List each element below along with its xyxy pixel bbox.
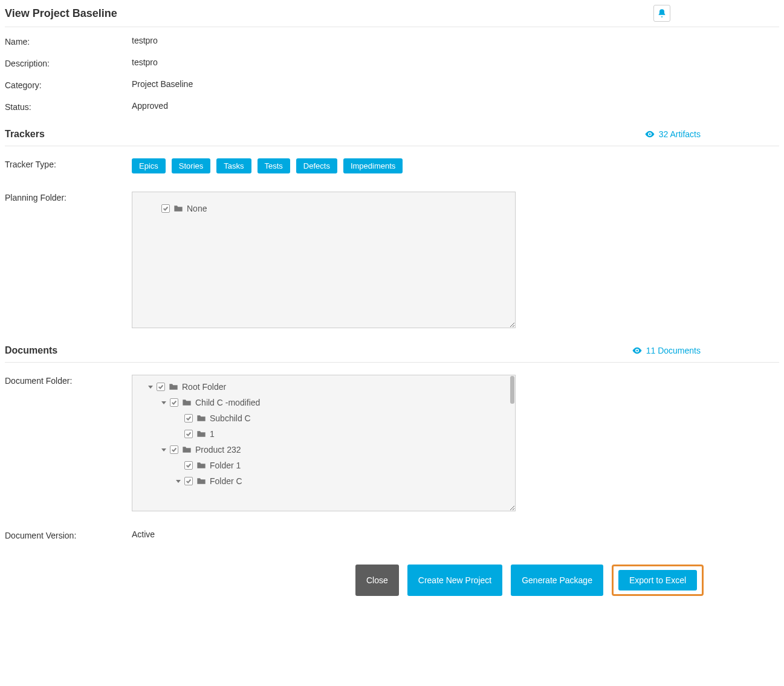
tree-label: 1 bbox=[210, 429, 215, 439]
field-tracker-type: Tracker Type: Epics Stories Tasks Tests … bbox=[5, 158, 779, 173]
tree-node-folder1[interactable]: Folder 1 bbox=[144, 458, 503, 473]
export-highlight: Export to Excel bbox=[612, 565, 704, 596]
document-folder-tree[interactable]: Root Folder Child C -modified Subchild C… bbox=[132, 375, 516, 511]
checkbox-icon[interactable] bbox=[184, 477, 193, 485]
folder-icon bbox=[196, 414, 206, 422]
field-category: Category: Project Baseline bbox=[5, 79, 779, 90]
folder-icon bbox=[169, 383, 178, 391]
field-planning-folder: Planning Folder: None bbox=[5, 192, 779, 328]
close-button[interactable]: Close bbox=[355, 565, 399, 596]
folder-icon bbox=[182, 398, 192, 407]
caret-icon[interactable] bbox=[148, 386, 153, 389]
bell-icon bbox=[657, 8, 667, 18]
field-document-folder: Document Folder: Root Folder Child C -mo… bbox=[5, 375, 779, 511]
checkbox-icon[interactable] bbox=[157, 383, 165, 391]
trackers-title: Trackers bbox=[5, 129, 45, 140]
description-label: Description: bbox=[5, 57, 132, 68]
action-bar: Close Create New Project Generate Packag… bbox=[355, 565, 779, 596]
document-folder-label: Document Folder: bbox=[5, 375, 132, 386]
tracker-type-label: Tracker Type: bbox=[5, 158, 132, 169]
field-document-version: Document Version: Active bbox=[5, 529, 779, 540]
tree-label: Subchild C bbox=[210, 413, 251, 423]
eye-icon bbox=[644, 129, 655, 140]
svg-point-0 bbox=[649, 134, 650, 135]
folder-icon bbox=[173, 204, 183, 213]
tree-label: Folder 1 bbox=[210, 461, 241, 470]
artifacts-count: 32 Artifacts bbox=[659, 129, 701, 139]
caret-icon[interactable] bbox=[176, 480, 181, 483]
folder-icon bbox=[182, 445, 192, 454]
tree-node-folderc[interactable]: Folder C bbox=[144, 473, 503, 489]
tree-label: None bbox=[187, 204, 207, 213]
documents-count: 11 Documents bbox=[646, 346, 701, 355]
page-title: View Project Baseline bbox=[5, 7, 117, 20]
svg-point-1 bbox=[636, 350, 638, 352]
tag-tests[interactable]: Tests bbox=[258, 158, 290, 173]
tree-node-subchildc[interactable]: Subchild C bbox=[144, 410, 503, 426]
caret-icon[interactable] bbox=[161, 448, 166, 451]
folder-icon bbox=[196, 430, 206, 438]
create-new-project-button[interactable]: Create New Project bbox=[407, 565, 502, 596]
tree-label: Child C -modified bbox=[195, 398, 260, 407]
planning-folder-label: Planning Folder: bbox=[5, 192, 132, 202]
field-name: Name: testpro bbox=[5, 36, 779, 47]
documents-link[interactable]: 11 Documents bbox=[632, 345, 701, 356]
tag-impediments[interactable]: Impediments bbox=[343, 158, 403, 173]
name-label: Name: bbox=[5, 36, 132, 47]
artifacts-link[interactable]: 32 Artifacts bbox=[644, 129, 701, 140]
tree-node-childc[interactable]: Child C -modified bbox=[144, 395, 503, 410]
trackers-header: Trackers 32 Artifacts bbox=[5, 129, 779, 146]
tree-node-none[interactable]: None bbox=[144, 201, 503, 216]
folder-icon bbox=[196, 477, 206, 485]
tag-epics[interactable]: Epics bbox=[132, 158, 166, 173]
field-status: Status: Approved bbox=[5, 101, 779, 112]
checkbox-icon[interactable] bbox=[170, 445, 178, 454]
eye-icon bbox=[632, 345, 643, 356]
status-value: Approved bbox=[132, 101, 168, 111]
category-value: Project Baseline bbox=[132, 79, 193, 89]
documents-title: Documents bbox=[5, 345, 57, 356]
document-version-value: Active bbox=[132, 529, 155, 539]
description-value: testpro bbox=[132, 57, 158, 67]
export-to-excel-button[interactable]: Export to Excel bbox=[618, 570, 697, 591]
scrollbar-thumb[interactable] bbox=[510, 376, 514, 404]
checkbox-icon[interactable] bbox=[161, 204, 170, 213]
checkbox-icon[interactable] bbox=[184, 430, 193, 438]
tag-stories[interactable]: Stories bbox=[172, 158, 210, 173]
folder-icon bbox=[196, 461, 206, 470]
documents-header: Documents 11 Documents bbox=[5, 345, 779, 363]
checkbox-icon[interactable] bbox=[184, 461, 193, 470]
tree-label: Root Folder bbox=[182, 382, 226, 392]
document-version-label: Document Version: bbox=[5, 529, 132, 540]
status-label: Status: bbox=[5, 101, 132, 112]
tag-tasks[interactable]: Tasks bbox=[216, 158, 251, 173]
planning-folder-tree[interactable]: None bbox=[132, 192, 516, 328]
category-label: Category: bbox=[5, 79, 132, 90]
header-bar: View Project Baseline bbox=[5, 5, 779, 27]
tree-node-1[interactable]: 1 bbox=[144, 426, 503, 442]
tracker-tags: Epics Stories Tasks Tests Defects Impedi… bbox=[132, 158, 403, 173]
tree-node-product[interactable]: Product 232 bbox=[144, 442, 503, 458]
notifications-button[interactable] bbox=[653, 5, 670, 22]
field-description: Description: testpro bbox=[5, 57, 779, 68]
checkbox-icon[interactable] bbox=[170, 398, 178, 407]
checkbox-icon[interactable] bbox=[184, 414, 193, 422]
tree-label: Product 232 bbox=[195, 445, 241, 455]
tree-label: Folder C bbox=[210, 476, 242, 486]
caret-icon[interactable] bbox=[161, 401, 166, 404]
generate-package-button[interactable]: Generate Package bbox=[511, 565, 603, 596]
tag-defects[interactable]: Defects bbox=[296, 158, 337, 173]
name-value: testpro bbox=[132, 36, 158, 45]
tree-node-root[interactable]: Root Folder bbox=[144, 379, 503, 395]
